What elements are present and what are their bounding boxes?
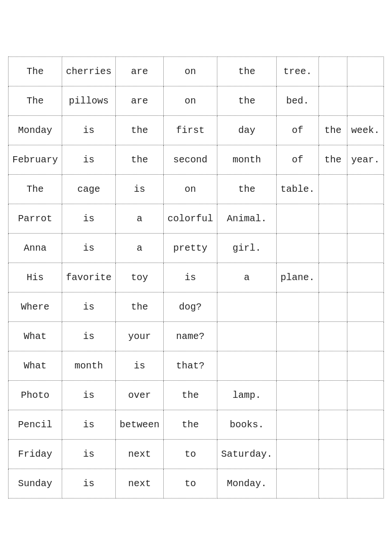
- table-cell: [217, 292, 277, 322]
- table-cell: [347, 86, 384, 116]
- table-row: SundayisnexttoMonday.: [8, 469, 383, 499]
- table-cell: [347, 440, 384, 469]
- table-cell: [319, 263, 347, 292]
- table-cell: of: [277, 116, 319, 145]
- table-cell: is: [62, 204, 115, 234]
- page: Thecherriesareonthetree.Thepillowsareont…: [0, 0, 392, 555]
- table-cell: [347, 263, 384, 292]
- table-cell: to: [163, 440, 217, 469]
- table-cell: [319, 175, 347, 204]
- table-row: Photoisoverthelamp.: [8, 381, 383, 410]
- table-cell: [277, 351, 319, 381]
- table-cell: the: [319, 145, 347, 175]
- table-cell: is: [62, 145, 115, 175]
- table-cell: next: [115, 469, 163, 499]
- table-cell: [319, 204, 347, 234]
- table-cell: [347, 410, 384, 440]
- table-cell: the: [319, 116, 347, 145]
- table-cell: between: [115, 410, 163, 440]
- table-cell: [277, 322, 319, 351]
- table-cell: on: [163, 175, 217, 204]
- table-cell: the: [163, 410, 217, 440]
- table-cell: colorful: [163, 204, 217, 234]
- table-cell: the: [115, 292, 163, 322]
- table-cell: [277, 234, 319, 263]
- table-cell: is: [62, 234, 115, 263]
- table-cell: [319, 292, 347, 322]
- table-cell: on: [163, 86, 217, 116]
- table-cell: week.: [347, 116, 384, 145]
- table-cell: over: [115, 381, 163, 410]
- table-cell: The: [8, 57, 62, 86]
- table-cell: the: [217, 57, 277, 86]
- table-cell: His: [8, 263, 62, 292]
- table-cell: name?: [163, 322, 217, 351]
- table-cell: books.: [217, 410, 277, 440]
- table-cell: next: [115, 440, 163, 469]
- table-cell: [319, 469, 347, 499]
- table-cell: is: [62, 116, 115, 145]
- table-cell: toy: [115, 263, 163, 292]
- table-cell: is: [163, 263, 217, 292]
- table-cell: the: [115, 116, 163, 145]
- table-row: Thepillowsareonthebed.: [8, 86, 383, 116]
- table-cell: Anna: [8, 234, 62, 263]
- table-cell: [319, 322, 347, 351]
- table-cell: table.: [277, 175, 319, 204]
- table-cell: [347, 175, 384, 204]
- table-cell: to: [163, 469, 217, 499]
- table-cell: [347, 204, 384, 234]
- table-cell: day: [217, 116, 277, 145]
- table-cell: [319, 234, 347, 263]
- table-cell: is: [62, 381, 115, 410]
- table-cell: the: [163, 381, 217, 410]
- table-cell: on: [163, 57, 217, 86]
- table-row: Whatmonthisthat?: [8, 351, 383, 381]
- table-cell: pillows: [62, 86, 115, 116]
- table-cell: [277, 469, 319, 499]
- table-cell: is: [62, 292, 115, 322]
- table-cell: are: [115, 86, 163, 116]
- table-cell: are: [115, 57, 163, 86]
- table-cell: is: [115, 175, 163, 204]
- table-cell: [347, 57, 384, 86]
- table-row: Annaisaprettygirl.: [8, 234, 383, 263]
- table-cell: [347, 381, 384, 410]
- table-cell: Pencil: [8, 410, 62, 440]
- table-cell: a: [115, 204, 163, 234]
- table-cell: [347, 234, 384, 263]
- table-cell: favorite: [62, 263, 115, 292]
- table-row: Whereisthedog?: [8, 292, 383, 322]
- table-cell: [347, 469, 384, 499]
- table-cell: Monday: [8, 116, 62, 145]
- table-cell: the: [217, 175, 277, 204]
- table-row: Thecageisonthetable.: [8, 175, 383, 204]
- table-cell: month: [62, 351, 115, 381]
- table-row: Whatisyourname?: [8, 322, 383, 351]
- table-cell: the: [217, 86, 277, 116]
- table-row: Februaryisthesecondmonthoftheyear.: [8, 145, 383, 175]
- table-cell: [319, 351, 347, 381]
- table-cell: [347, 351, 384, 381]
- table-cell: second: [163, 145, 217, 175]
- table-row: Thecherriesareonthetree.: [8, 57, 383, 86]
- table-cell: [277, 410, 319, 440]
- table-cell: [319, 381, 347, 410]
- table-cell: Parrot: [8, 204, 62, 234]
- table-cell: year.: [347, 145, 384, 175]
- table-cell: Saturday.: [217, 440, 277, 469]
- table-cell: tree.: [277, 57, 319, 86]
- table-cell: cage: [62, 175, 115, 204]
- table-cell: [347, 292, 384, 322]
- table-cell: [217, 322, 277, 351]
- table-cell: What: [8, 322, 62, 351]
- table-cell: [319, 410, 347, 440]
- table-cell: plane.: [277, 263, 319, 292]
- table-cell: Animal.: [217, 204, 277, 234]
- table-cell: Sunday: [8, 469, 62, 499]
- table-cell: girl.: [217, 234, 277, 263]
- table-cell: [277, 204, 319, 234]
- table-cell: your: [115, 322, 163, 351]
- table-cell: pretty: [163, 234, 217, 263]
- table-cell: [319, 86, 347, 116]
